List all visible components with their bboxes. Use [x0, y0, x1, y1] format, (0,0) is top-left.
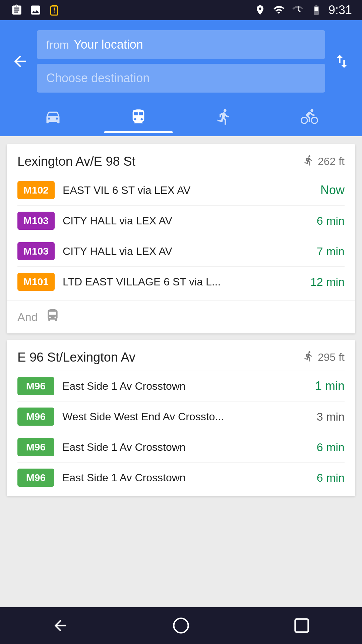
walk-distance-icon-2 [303, 351, 314, 365]
nav-back-button[interactable] [40, 612, 80, 639]
route-time: 3 min [308, 410, 345, 423]
route-desc: CITY HALL via LEX AV [55, 245, 308, 258]
route-row[interactable]: M101 LTD EAST VILLAGE 6 ST via L... 12 m… [17, 266, 345, 297]
route-time: 6 min [308, 441, 345, 454]
bottom-nav [0, 607, 362, 644]
stop-header-2: E 96 St/Lexington Av 295 ft [7, 340, 355, 371]
route-time: 12 min [308, 275, 345, 288]
walk-icon [215, 108, 233, 129]
tab-drive[interactable] [10, 102, 96, 133]
stop-card-1: Lexington Av/E 98 St 262 ft M102 EAST VI… [7, 144, 355, 333]
search-inputs: from Your location Choose destination [37, 30, 325, 93]
tab-transit[interactable] [96, 102, 181, 133]
tab-bike[interactable] [266, 102, 352, 133]
battery-alert-icon [48, 3, 61, 17]
stop-card-2: E 96 St/Lexington Av 295 ft M96 East Sid… [7, 340, 355, 496]
route-desc: LTD EAST VILLAGE 6 ST via L... [55, 276, 308, 288]
nav-home-button[interactable] [161, 612, 201, 639]
from-label: from [46, 38, 69, 51]
route-badge: M103 [17, 242, 55, 260]
route-time: 1 min [308, 379, 345, 393]
route-row[interactable]: M96 East Side 1 Av Crosstown 6 min [17, 462, 345, 493]
from-input[interactable]: from Your location [37, 30, 325, 59]
route-badge: M96 [17, 408, 54, 426]
bus-icon [45, 308, 60, 326]
route-desc: East Side 1 Av Crosstown [54, 441, 308, 453]
wifi-icon [272, 3, 286, 17]
svg-rect-2 [314, 7, 318, 11]
tab-walk[interactable] [181, 102, 266, 133]
status-bar-left [10, 3, 61, 17]
route-list-1: M102 EAST VIL 6 ST via LEX AV Now M103 C… [7, 175, 355, 300]
route-row[interactable]: M96 East Side 1 Av Crosstown 6 min [17, 432, 345, 462]
route-badge: M103 [17, 212, 55, 230]
route-badge: M96 [17, 438, 54, 456]
route-time: 7 min [308, 245, 345, 258]
clock: 9:31 [328, 3, 352, 17]
status-bar-right: 9:31 [253, 3, 352, 17]
route-row[interactable]: M103 CITY HALL via LEX AV 7 min [17, 236, 345, 266]
route-badge: M96 [17, 377, 54, 395]
route-row[interactable]: M96 West Side West End Av Crossto... 3 m… [17, 401, 345, 432]
header: from Your location Choose destination [0, 20, 362, 136]
route-badge: M102 [17, 181, 55, 199]
from-value: Your location [74, 38, 143, 52]
route-time: Now [308, 183, 345, 197]
route-desc: EAST VIL 6 ST via LEX AV [55, 184, 308, 197]
image-icon [29, 3, 42, 17]
content: Lexington Av/E 98 St 262 ft M102 EAST VI… [0, 136, 362, 626]
search-row: from Your location Choose destination [10, 30, 352, 93]
stop-distance-value-1: 262 ft [318, 155, 345, 168]
swap-button[interactable] [332, 53, 352, 70]
back-button[interactable] [10, 53, 30, 70]
clipboard-icon [10, 3, 23, 17]
route-row[interactable]: M102 EAST VIL 6 ST via LEX AV Now [17, 175, 345, 205]
signal-icon [291, 3, 304, 17]
nav-recent-button[interactable] [282, 612, 322, 639]
route-row[interactable]: M103 CITY HALL via LEX AV 6 min [17, 205, 345, 236]
battery-icon [310, 3, 323, 17]
and-label: And [17, 311, 38, 324]
stop-distance-2: 295 ft [303, 351, 345, 365]
destination-placeholder: Choose destination [46, 71, 149, 85]
stop-name-2: E 96 St/Lexington Av [17, 350, 135, 365]
route-badge: M101 [17, 273, 55, 291]
route-time: 6 min [308, 214, 345, 227]
svg-point-3 [174, 618, 188, 633]
stop-distance-1: 262 ft [303, 155, 345, 169]
route-desc: East Side 1 Av Crosstown [54, 380, 308, 392]
route-list-2: M96 East Side 1 Av Crosstown 1 min M96 W… [7, 371, 355, 496]
stop-header-1: Lexington Av/E 98 St 262 ft [7, 144, 355, 175]
route-desc: East Side 1 Av Crosstown [54, 472, 308, 484]
destination-input[interactable]: Choose destination [37, 64, 325, 93]
route-row[interactable]: M96 East Side 1 Av Crosstown 1 min [17, 371, 345, 401]
route-time: 6 min [308, 471, 345, 484]
and-bus-row: And [7, 300, 355, 333]
stop-name-1: Lexington Av/E 98 St [17, 154, 135, 169]
svg-rect-4 [295, 619, 308, 632]
route-desc: CITY HALL via LEX AV [55, 215, 308, 227]
stop-distance-value-2: 295 ft [318, 351, 345, 364]
route-badge: M96 [17, 469, 54, 487]
car-icon [44, 108, 62, 129]
status-bar: 9:31 [0, 0, 362, 20]
transit-icon [130, 108, 147, 129]
bike-icon [301, 108, 318, 129]
walk-distance-icon-1 [303, 155, 314, 169]
route-desc: West Side West End Av Crossto... [54, 411, 308, 423]
mode-tabs [10, 99, 352, 133]
location-icon [253, 3, 267, 17]
